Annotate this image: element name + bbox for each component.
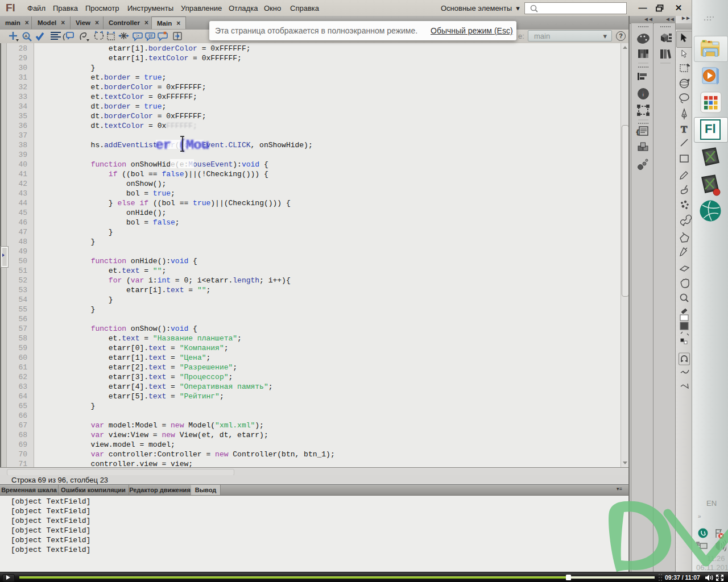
svg-text:T: T <box>681 124 688 135</box>
svg-text::•: :• <box>136 33 139 38</box>
svg-text:A: A <box>24 34 28 39</box>
svg-text:(#: (# <box>148 33 153 38</box>
svg-text:i: i <box>642 90 644 98</box>
svg-text:{: { <box>636 129 640 136</box>
